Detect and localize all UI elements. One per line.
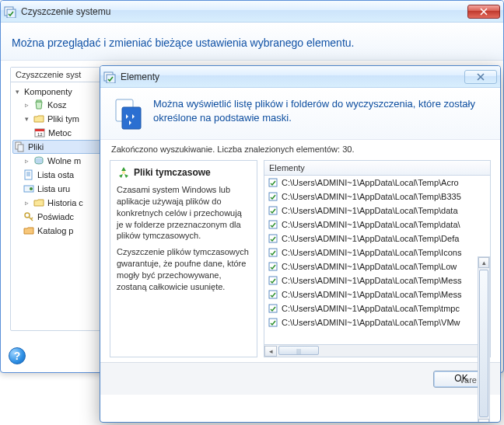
list-item[interactable]: C:\Users\ADMINI~1\AppData\Local\Temp\Ico…	[264, 246, 490, 260]
tree-item-label: Wolne m	[47, 156, 81, 165]
tree-item-lista-uru[interactable]: Lista uru	[12, 182, 101, 196]
sub-status: Zakończono wyszukiwanie. Liczba znalezio…	[100, 140, 500, 160]
list-item[interactable]: C:\Users\ADMINI~1\AppData\Local\Temp\Low	[264, 260, 490, 273]
app-icon	[4, 5, 16, 18]
tree-item-label: Metoc	[48, 128, 72, 138]
close-button[interactable]	[467, 5, 500, 19]
file-item-icon	[268, 177, 278, 188]
svg-rect-18	[269, 179, 277, 186]
expand-icon[interactable]: ▹	[23, 199, 30, 207]
svg-point-11	[30, 187, 33, 190]
file-item-icon	[268, 191, 278, 202]
file-item-icon	[268, 233, 278, 244]
collapse-icon[interactable]: ▾	[14, 88, 21, 96]
svg-rect-23	[269, 249, 277, 256]
disk-icon	[33, 155, 44, 166]
expand-icon[interactable]: ▹	[23, 157, 30, 165]
folder-orange-icon	[23, 225, 34, 236]
tree-item-label: Katalog p	[37, 226, 73, 235]
calendar-icon: 12	[34, 127, 45, 138]
svg-rect-19	[269, 193, 277, 200]
truncated-text: vare	[460, 375, 477, 385]
list-item[interactable]: C:\Users\ADMINI~1\AppData\Local\Temp\B33…	[264, 190, 490, 204]
tree-item-poswiadc[interactable]: Poświadc	[12, 210, 101, 224]
svg-rect-28	[269, 319, 277, 326]
file-item-path: C:\Users\ADMINI~1\AppData\Local\Temp\dat…	[282, 220, 460, 229]
help-button[interactable]: ?	[9, 347, 26, 364]
tree-item-pliki-tym[interactable]: ▾ Pliki tym	[12, 112, 101, 126]
sub-footer: OK	[100, 362, 500, 395]
scroll-down-icon[interactable]: ▾	[478, 419, 489, 423]
tree-item-historia[interactable]: ▹ Historia c	[12, 196, 101, 210]
scroll-thumb-vertical[interactable]	[479, 270, 488, 417]
scroll-up-icon[interactable]: ▴	[478, 257, 489, 268]
file-item-path: C:\Users\ADMINI~1\AppData\Local\Temp\B33…	[282, 192, 461, 201]
svg-rect-4	[35, 129, 44, 131]
scroll-left-icon[interactable]: ◂	[264, 346, 277, 357]
file-item-icon	[268, 219, 278, 230]
file-list[interactable]: Elementy C:\Users\ADMINI~1\AppData\Local…	[264, 160, 491, 357]
svg-rect-27	[269, 305, 277, 312]
status-prefix: Zakończono wyszukiwanie. Liczba znalezio…	[111, 145, 342, 154]
tree-item-pliki-selected[interactable]: Pliki	[12, 140, 101, 154]
tree-item-metoc[interactable]: 12 Metoc	[12, 126, 101, 140]
list-item[interactable]: C:\Users\ADMINI~1\AppData\Local\Temp\dat…	[264, 218, 490, 232]
list-item[interactable]: C:\Users\ADMINI~1\AppData\Local\Temp\tmp…	[264, 301, 490, 315]
list-item[interactable]: C:\Users\ADMINI~1\AppData\Local\Temp\dat…	[264, 204, 490, 218]
main-titlebar[interactable]: Czyszczenie systemu	[1, 1, 503, 23]
sub-titlebar[interactable]: Elementy	[100, 66, 500, 88]
file-item-path: C:\Users\ADMINI~1\AppData\Local\Temp\Ico…	[282, 248, 461, 257]
trash-icon	[33, 99, 44, 110]
info-para2: Czyszczenie plików tymczasowych gwarantu…	[117, 246, 250, 292]
file-item-path: C:\Users\ADMINI~1\AppData\Local\Temp\VMw	[282, 318, 460, 327]
file-item-path: C:\Users\ADMINI~1\AppData\Local\Temp\dat…	[282, 206, 458, 215]
svg-rect-22	[269, 235, 277, 242]
tree-item-label: Pliki tym	[47, 114, 79, 124]
elements-window: Elementy Można wyświetlić listę plików i…	[100, 65, 501, 423]
file-list-rows[interactable]: C:\Users\ADMINI~1\AppData\Local\Temp\Acr…	[264, 176, 490, 344]
list-item[interactable]: C:\Users\ADMINI~1\AppData\Local\Temp\Acr…	[264, 176, 490, 190]
scroll-thumb[interactable]: |||	[278, 346, 319, 355]
recycle-icon	[117, 165, 131, 179]
list-item[interactable]: C:\Users\ADMINI~1\AppData\Local\Temp\Mes…	[264, 287, 490, 301]
folder-icon	[33, 197, 44, 208]
file-item-path: C:\Users\ADMINI~1\AppData\Local\Temp\Acr…	[282, 178, 459, 187]
svg-rect-2	[37, 100, 41, 102]
svg-rect-20	[269, 207, 277, 214]
components-tree[interactable]: ▾ Komponenty ▹ Kosz ▾ Pliki tym 12 Metoc	[11, 82, 103, 241]
components-panel: Czyszczenie syst ▾ Komponenty ▹ Kosz ▾ P…	[10, 67, 103, 331]
file-item-path: C:\Users\ADMINI~1\AppData\Local\Temp\Mes…	[282, 276, 461, 285]
tree-root[interactable]: ▾ Komponenty	[12, 85, 101, 98]
file-item-path: C:\Users\ADMINI~1\AppData\Local\Temp\Mes…	[282, 290, 461, 299]
sub-header-text: Można wyświetlić listę plików i folderów…	[153, 97, 489, 131]
sub-header: Można wyświetlić listę plików i folderów…	[100, 88, 500, 140]
info-title: Pliki tymczasowe	[134, 167, 250, 178]
tree-item-katalog[interactable]: Katalog p	[12, 224, 101, 238]
list-item[interactable]: C:\Users\ADMINI~1\AppData\Local\Temp\Mes…	[264, 273, 490, 287]
expand-icon[interactable]: ▹	[23, 101, 30, 109]
status-suffix: .	[352, 145, 354, 154]
tree-item-label: Poświadc	[37, 212, 74, 221]
sub-close-button[interactable]	[464, 70, 497, 84]
tree-item-label: Historia c	[47, 198, 83, 207]
svg-rect-24	[269, 263, 277, 270]
tree-item-kosz[interactable]: ▹ Kosz	[12, 98, 101, 112]
horizontal-scrollbar[interactable]: ◂ ||| ▸	[264, 344, 490, 357]
file-item-path: C:\Users\ADMINI~1\AppData\Local\Temp\Low	[282, 262, 457, 271]
vertical-scrollbar[interactable]: ▴ ▾	[478, 256, 490, 423]
tree-item-lista-osta[interactable]: Lista osta	[12, 168, 101, 182]
folder-icon	[33, 113, 44, 124]
list-item[interactable]: C:\Users\ADMINI~1\AppData\Local\Temp\Def…	[264, 232, 490, 246]
tree-root-label: Komponenty	[24, 87, 72, 96]
tree-item-label: Kosz	[47, 100, 66, 110]
svg-rect-25	[269, 277, 277, 284]
file-list-header[interactable]: Elementy	[264, 161, 490, 176]
svg-rect-7	[18, 145, 23, 152]
svg-rect-21	[269, 221, 277, 228]
tree-item-wolne[interactable]: ▹ Wolne m	[12, 154, 101, 168]
main-title: Czyszczenie systemu	[21, 6, 467, 17]
svg-rect-9	[25, 170, 32, 179]
status-count: 30	[342, 145, 352, 154]
collapse-icon[interactable]: ▾	[23, 115, 30, 123]
list-item[interactable]: C:\Users\ADMINI~1\AppData\Local\Temp\VMw	[264, 315, 490, 329]
